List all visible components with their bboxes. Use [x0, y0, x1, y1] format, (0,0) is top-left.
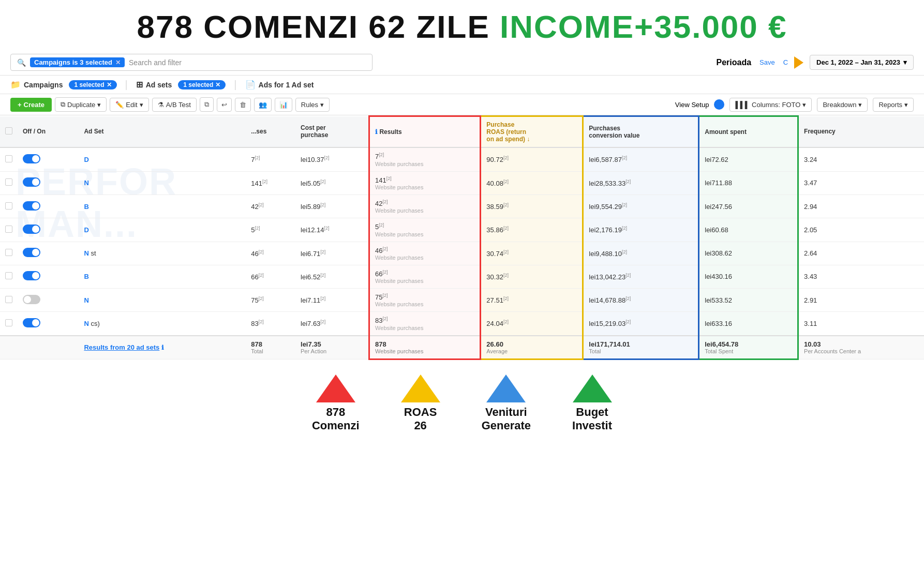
th-purchases[interactable]: ...ses [246, 116, 295, 148]
row-checkbox-cell[interactable] [0, 147, 18, 171]
th-results[interactable]: ℹ Results [369, 116, 481, 148]
toggle-switch-oval[interactable] [23, 248, 40, 257]
rules-label: Rules [301, 101, 318, 109]
row-checkbox-cell[interactable] [0, 171, 18, 194]
ads-label: Ads for 1 Ad set [259, 81, 314, 89]
toggle-switch-oval[interactable] [23, 154, 40, 163]
reports-button[interactable]: Reports ▾ [873, 98, 914, 112]
delete-button[interactable]: 🗑 [235, 98, 251, 112]
row-toggle-cell[interactable] [18, 242, 79, 265]
view-setup-toggle[interactable] [714, 99, 724, 110]
row-adset-cell: N [79, 289, 246, 312]
row-toggle-cell[interactable] [18, 218, 79, 242]
row-checkbox-cell[interactable] [0, 218, 18, 242]
ab-test-button[interactable]: ⚗ A/B Test [152, 98, 197, 112]
date-range-button[interactable]: Dec 1, 2022 – Jan 31, 2023 ▾ [810, 55, 914, 70]
row-amount-cell: lei711.88 [699, 171, 798, 194]
toggle-switch-oval[interactable] [23, 318, 40, 327]
row-toggle-cell[interactable] [18, 171, 79, 194]
row-website-purchases: Website purchases [375, 254, 474, 261]
row-toggle[interactable] [23, 271, 40, 280]
campaigns-tab[interactable]: 📁 Campaigns [10, 80, 63, 89]
row-toggle[interactable] [23, 154, 40, 163]
close-campaigns-icon[interactable]: ✕ [107, 81, 112, 88]
compare-button[interactable]: C [783, 58, 788, 66]
row-adset-cell: N [79, 171, 246, 194]
footer-frequency-sub: Per Accounts Center a [804, 348, 919, 354]
row-checkbox-cell[interactable] [0, 194, 18, 218]
row-toggle[interactable] [23, 224, 40, 234]
row-toggle-cell[interactable] [18, 194, 79, 218]
row-frequency-cell: 2.64 [798, 242, 924, 265]
adsets-tab[interactable]: ⊞ Ad sets [136, 80, 172, 89]
row-adset-name: N [84, 296, 88, 304]
th-offon[interactable]: Off / On [18, 116, 79, 148]
toggle-switch-oval[interactable] [23, 224, 40, 234]
copy-button[interactable]: ⧉ [200, 97, 214, 112]
th-roas[interactable]: PurchaseROAS (returnon ad spend) ↓ [481, 116, 583, 148]
row-amount-cell: lei308.62 [699, 242, 798, 265]
save-button[interactable]: Save [759, 58, 775, 66]
row-purchases-cell: 141[2] [246, 171, 295, 194]
row-toggle[interactable] [23, 248, 40, 257]
edit-button[interactable]: ✏️ Edit ▾ [110, 98, 148, 112]
th-cost[interactable]: Cost perpurchase [295, 116, 369, 148]
duplicate-button[interactable]: ⧉ Duplicate ▾ [55, 97, 107, 112]
create-button[interactable]: + Create [10, 98, 52, 112]
undo-button[interactable]: ↩ [217, 98, 232, 112]
select-all-checkbox[interactable] [5, 127, 12, 134]
chart-button[interactable]: 📊 [275, 98, 292, 112]
toggle-switch-oval[interactable] [23, 177, 40, 187]
toggle-switch-oval[interactable] [23, 295, 40, 304]
rules-button[interactable]: Rules ▾ [295, 98, 330, 112]
toggle-switch-oval[interactable] [23, 201, 40, 211]
row-pcv-cell: lei2,176.19[2] [583, 218, 699, 242]
row-frequency-cell: 3.11 [798, 312, 924, 336]
row-checkbox-cell[interactable] [0, 242, 18, 265]
view-setup-area: View Setup ▌▌▌ Columns: FOTO ▾ Breakdown… [675, 98, 914, 112]
campaigns-selected-badge[interactable]: 1 selected ✕ [69, 80, 116, 89]
breakdown-button[interactable]: Breakdown ▾ [817, 98, 868, 112]
row-checkbox[interactable] [5, 296, 12, 303]
create-label: Create [24, 101, 44, 109]
footer-results-sub: Website purchases [375, 348, 474, 354]
row-toggle-cell[interactable] [18, 265, 79, 288]
th-frequency[interactable]: Frequency [798, 116, 924, 148]
campaigns-filter-badge[interactable]: Campaigns is 3 selected ✕ [30, 57, 125, 67]
th-adset[interactable]: Ad Set [79, 116, 246, 148]
row-toggle-cell[interactable] [18, 289, 79, 312]
row-toggle[interactable] [23, 318, 40, 327]
row-checkbox-cell[interactable] [0, 265, 18, 288]
people-button[interactable]: 👥 [254, 98, 272, 112]
th-checkbox[interactable] [0, 116, 18, 148]
toolbar-row-3: + Create ⧉ Duplicate ▾ ✏️ Edit ▾ ⚗ A/B T… [0, 94, 924, 115]
row-checkbox[interactable] [5, 178, 12, 186]
row-checkbox[interactable] [5, 155, 12, 162]
row-checkbox[interactable] [5, 319, 12, 326]
toggle-switch-oval[interactable] [23, 271, 40, 280]
row-checkbox[interactable] [5, 202, 12, 209]
columns-button[interactable]: ▌▌▌ Columns: FOTO ▾ [729, 98, 812, 112]
search-bar[interactable]: 🔍 Campaigns is 3 selected ✕ Search and f… [10, 54, 372, 71]
row-toggle-cell[interactable] [18, 312, 79, 336]
duplicate-icon: ⧉ [61, 100, 65, 109]
row-frequency-cell: 3.47 [798, 171, 924, 194]
row-toggle[interactable] [23, 201, 40, 211]
close-adsets-icon[interactable]: ✕ [215, 81, 220, 88]
row-checkbox[interactable] [5, 272, 12, 279]
ads-tab[interactable]: 📄 Ads for 1 Ad set [245, 80, 314, 89]
edit-chevron-icon: ▾ [140, 101, 143, 109]
th-amount[interactable]: Amount spent [699, 116, 798, 148]
row-checkbox-cell[interactable] [0, 289, 18, 312]
th-pcv[interactable]: Purchasesconversion value [583, 116, 699, 148]
row-adset-name: N [84, 179, 88, 187]
row-toggle[interactable] [23, 177, 40, 187]
close-filter-icon[interactable]: ✕ [115, 59, 121, 66]
row-toggle-cell[interactable] [18, 147, 79, 171]
row-checkbox[interactable] [5, 226, 12, 233]
row-checkbox[interactable] [5, 249, 12, 256]
adsets-selected-badge[interactable]: 1 selected ✕ [178, 80, 226, 89]
roas-sort-icon[interactable]: ↓ [527, 136, 530, 143]
row-toggle[interactable] [23, 295, 40, 304]
row-checkbox-cell[interactable] [0, 312, 18, 336]
